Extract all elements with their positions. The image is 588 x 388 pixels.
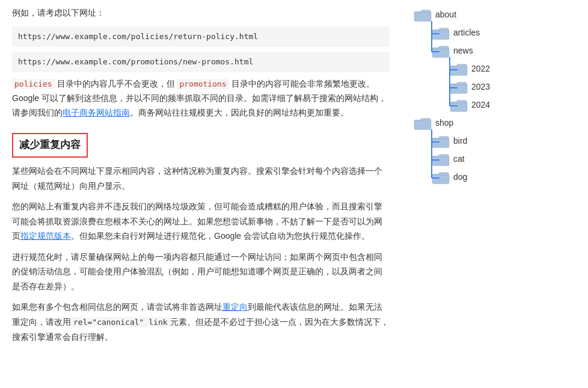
paragraph2: 您的网站上有重复内容并不违反我们的网络垃圾政策，但可能会造成糟糕的用户体验，而且…: [12, 199, 390, 244]
folder-icon: [414, 7, 432, 22]
svg-rect-1: [432, 30, 449, 40]
svg-rect-8: [432, 156, 449, 166]
folder-icon: [432, 25, 450, 40]
svg-rect-0: [414, 12, 431, 22]
folder-icon: [432, 152, 450, 166]
folder-icon: [432, 43, 450, 58]
tree-item: 2022: [450, 60, 582, 78]
folder-icon: [450, 61, 468, 76]
folder-icon: [432, 170, 450, 184]
folder-icon: [450, 97, 468, 112]
paragraph1: 某些网站会在不同网址下显示相同内容，这种情况称为重复内容。搜索引擎会针对每个内容…: [12, 164, 390, 193]
svg-rect-5: [450, 102, 467, 112]
paragraph3: 进行规范化时，请尽量确保网站上的每一项内容都只能通过一个网址访问；如果两个网页中…: [12, 250, 390, 294]
canonical-link[interactable]: 指定规范版本: [20, 231, 71, 241]
main-content: 例如，请考虑以下网址： https://www.example.com/poli…: [0, 0, 402, 388]
promotions-code: promotions: [177, 79, 228, 89]
folder-label: about: [435, 10, 456, 19]
svg-rect-9: [432, 174, 449, 184]
section-title: 减少重复内容: [19, 139, 81, 150]
tree-item: bird: [432, 132, 582, 150]
tree-item: cat: [432, 150, 582, 168]
url2-text: https://www.example.com/promotions/new-p…: [18, 57, 253, 66]
section-header: 减少重复内容: [12, 133, 88, 158]
svg-rect-6: [414, 120, 431, 130]
svg-rect-7: [432, 138, 449, 148]
folder-label: 2024: [471, 100, 490, 109]
desc1-end: 。商务网站往往规模更大，因此良好的网址结构更加重要。: [130, 108, 349, 117]
intro-text: 例如，请考虑以下网址：: [12, 6, 390, 20]
description1: policies 目录中的内容几乎不会更改，但 promotions 目录中的内…: [12, 77, 390, 120]
tree-item: 2024: [450, 96, 582, 114]
folder-label: shop: [435, 118, 453, 128]
canonical-code: rel="canonical" link: [71, 317, 170, 327]
folder-icon: [414, 115, 432, 130]
para2-end: 。但如果您未自行对网址进行规范化，Google 会尝试自动为您执行规范化操作。: [71, 231, 370, 241]
folder-icon: [450, 79, 468, 94]
folder-label: news: [453, 46, 473, 55]
tree-item: 2023: [450, 78, 582, 96]
policies-code: policies: [12, 79, 55, 89]
folder-label: 2022: [471, 64, 490, 73]
tree-item: articles: [432, 23, 582, 42]
svg-rect-4: [450, 84, 467, 94]
paragraph4: 如果您有多个包含相同信息的网页，请尝试将非首选网址重定向到最能代表该信息的网址。…: [12, 300, 390, 344]
svg-rect-3: [450, 66, 467, 76]
tree-item: dog: [432, 168, 582, 186]
folder-label: cat: [453, 154, 465, 164]
ecommerce-guide-link[interactable]: 电子商务网站指南: [63, 108, 130, 117]
folder-label: articles: [453, 28, 480, 37]
folder-label: 2023: [471, 82, 490, 91]
desc1-mid1: 目录中的内容几乎不会更改，但: [55, 79, 177, 88]
para4-part1: 如果您有多个包含相同信息的网页，请尝试将非首选网址: [12, 302, 222, 312]
folder-label: dog: [453, 172, 467, 182]
url2-block: https://www.example.com/promotions/new-p…: [12, 52, 390, 72]
url1-text: https://www.example.com/policies/return-…: [18, 32, 258, 41]
folder-label: bird: [453, 136, 467, 146]
tree-item: about: [414, 5, 582, 23]
sidebar: about articles news 2022 2023 2024 shop …: [402, 0, 588, 388]
redirect-link[interactable]: 重定向: [222, 302, 248, 312]
url1-block: https://www.example.com/policies/return-…: [12, 26, 390, 47]
tree-item: news: [432, 42, 582, 60]
folder-icon: [432, 134, 450, 148]
directory-tree: about articles news 2022 2023 2024 shop …: [402, 3, 582, 186]
tree-item: shop: [414, 114, 582, 132]
svg-rect-2: [432, 48, 449, 58]
